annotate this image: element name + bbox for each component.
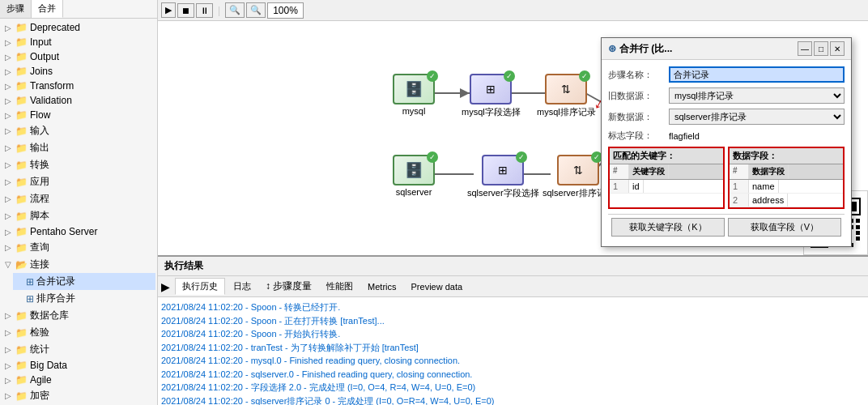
sidebar-item-check[interactable]: ▷ 📁 检验	[2, 324, 155, 341]
data-table-row-1[interactable]: 1 name	[730, 180, 843, 194]
check-mark: ✓	[427, 151, 438, 163]
bottom-tabs: ▶ 执行历史 日志 ↕ 步骤度量 性能图 Metrics Preview dat…	[158, 276, 868, 297]
sidebar-label: 统计	[30, 343, 49, 356]
tab-merge[interactable]: 合并	[32, 0, 63, 18]
pause-btn[interactable]: ⏸	[196, 3, 213, 18]
dialog-maximize-btn[interactable]: □	[814, 41, 828, 56]
log-line: 2021/08/24 11:02:20 - tranTest - 为了转换解除补…	[161, 341, 865, 355]
tab-preview[interactable]: Preview data	[405, 280, 470, 293]
sidebar-item-deprecated[interactable]: ▷ 📁 Deprecated	[2, 20, 155, 35]
sidebar-item-transform2[interactable]: ▷ 📁 转换	[2, 156, 155, 173]
new-source-select[interactable]: sqlserver排序记录	[669, 109, 845, 125]
sidebar-item-stats[interactable]: ▷ 📁 统计	[2, 341, 155, 358]
mysql-node[interactable]: 🗄️ ✓ mysql	[393, 74, 435, 116]
item-label: 合并记录	[36, 275, 75, 288]
tab-metrics[interactable]: Metrics	[361, 280, 402, 293]
exec-header: 执行结果	[158, 257, 868, 276]
sidebar-item-merge-records[interactable]: ⊞ 合并记录	[13, 273, 155, 290]
sidebar-tree: ▷ 📁 Deprecated ▷ 📁 Input ▷ 📁 Output ▷ 📁	[0, 19, 157, 405]
tab-step-metrics[interactable]: ↕ 步骤度量	[259, 278, 318, 295]
sidebar-item-pentaho[interactable]: ▷ 📁 Pentaho Server	[2, 224, 155, 239]
sort-icon: ⇅	[573, 164, 583, 177]
mysql-sort-node[interactable]: ⇅ ✓ mysql排序记录	[537, 74, 596, 118]
key-table-header: 匹配的关键字：	[610, 148, 723, 164]
sqlserver-node[interactable]: 🗄️ ✓ sqlserver	[393, 155, 435, 197]
expand-icon: ▷	[5, 328, 13, 337]
sidebar-item-agile[interactable]: ▷ 📁 Agile	[2, 373, 155, 387]
expand-icon: ▷	[5, 53, 13, 62]
folder-icon: 📁	[15, 344, 28, 356]
sidebar-item-encrypt[interactable]: ▷ 📁 加密	[2, 387, 155, 404]
zoom-out-btn[interactable]: 🔍	[246, 2, 266, 18]
dialog-minimize-btn[interactable]: —	[798, 41, 812, 56]
log-line: 2021/08/24 11:02:20 - Spoon - 开始执行转换.	[161, 327, 865, 341]
sidebar-item-validation[interactable]: ▷ 📁 Validation	[2, 93, 155, 108]
sidebar-label: Transform	[30, 80, 74, 92]
expand-icon: ▷	[5, 177, 13, 186]
stop-btn[interactable]: ⏹	[177, 3, 194, 18]
zoom-in-btn[interactable]: 🔍	[225, 2, 245, 18]
step-name-input[interactable]	[669, 66, 845, 83]
sqlserver-select-label: sqlserver字段选择	[467, 187, 539, 199]
sidebar-label: Validation	[30, 95, 72, 106]
db-icon: 🗄️	[405, 80, 423, 98]
sidebar-item-flow[interactable]: ▷ 📁 Flow	[2, 108, 155, 122]
dialog-close-btn[interactable]: ✕	[830, 41, 845, 56]
canvas-area: ▶ ⏹ ⏸ | 🔍 🔍 100%	[158, 0, 868, 405]
run-btn[interactable]: ▶	[161, 2, 176, 18]
sidebar-item-flow2[interactable]: ▷ 📁 流程	[2, 190, 155, 207]
sidebar-item-script[interactable]: ▷ 📁 脚本	[2, 207, 155, 224]
svg-rect-31	[856, 237, 860, 241]
folder-icon: 📁	[15, 160, 28, 171]
folder-icon: 📁	[15, 22, 28, 33]
expand-icon: ▷	[5, 391, 13, 400]
sqlserver-label: sqlserver	[396, 187, 432, 197]
data-table-row-2[interactable]: 2 address	[730, 194, 843, 207]
folder-icon: 📁	[15, 327, 28, 339]
sqlserver-select-node[interactable]: ⊞ ✓ sqlserver字段选择	[467, 155, 539, 199]
sidebar-item-input2[interactable]: ▷ 📁 输入	[2, 122, 155, 139]
sidebar-item-connect[interactable]: ▽ 📂 连接	[2, 256, 155, 273]
svg-rect-25	[856, 225, 860, 229]
sidebar-item-joins[interactable]: ▷ 📁 Joins	[2, 64, 155, 79]
flow-canvas[interactable]: 🗄️ ✓ mysql ⊞ ✓ mysql字段选择	[158, 21, 868, 255]
old-source-select[interactable]: mysql排序记录	[669, 87, 845, 104]
tab-perf-chart[interactable]: 性能图	[320, 279, 360, 294]
sidebar-label: 查询	[30, 241, 49, 254]
tab-steps[interactable]: 步骤	[0, 0, 32, 18]
sidebar-item-query[interactable]: ▷ 📁 查询	[2, 239, 155, 256]
sidebar-item-input[interactable]: ▷ 📁 Input	[2, 35, 155, 49]
new-source-label: 新数据源：	[608, 111, 669, 123]
expand-icon: ▷	[5, 82, 13, 91]
sidebar-item-transform[interactable]: ▷ 📁 Transform	[2, 79, 155, 93]
sidebar-item-output2[interactable]: ▷ 📁 输出	[2, 139, 155, 156]
sidebar-item-app[interactable]: ▷ 📁 应用	[2, 173, 155, 190]
data-row1-field: name	[749, 180, 779, 193]
sidebar-item-sort-merge[interactable]: ⊞ 排序合并	[13, 290, 155, 307]
app-container: 步骤 合并 ▷ 📁 Deprecated ▷ 📁 Input ▷ 📁	[0, 0, 868, 405]
dialog-titlebar: ⊛ 合并行 (比... — □ ✕	[602, 38, 851, 60]
tab-log[interactable]: 日志	[227, 279, 257, 294]
expand-icon: ▷	[5, 38, 13, 47]
folder-icon: 📁	[15, 109, 28, 121]
tab-exec-history[interactable]: 执行历史	[175, 278, 225, 295]
key-table-row[interactable]: 1 id	[610, 180, 723, 194]
log-line: 2021/08/24 11:02:20 - Spoon - 转换已经打开.	[161, 301, 865, 314]
mysql-select-node[interactable]: ⊞ ✓ mysql字段选择	[462, 74, 521, 118]
sidebar-item-datawarehouse[interactable]: ▷ 📁 数据仓库	[2, 307, 155, 324]
sidebar-item-output[interactable]: ▷ 📁 Output	[2, 49, 155, 64]
node-icon: ⊞	[26, 293, 34, 305]
sidebar-label: 检验	[30, 326, 49, 339]
expand-icon: ▷	[5, 126, 13, 135]
log-line: 2021/08/24 11:02:20 - sqlserver排序记录 0 - …	[161, 394, 865, 406]
sidebar-item-bigdata[interactable]: ▷ 📁 Big Data	[2, 358, 155, 373]
folder-icon: 📁	[15, 143, 28, 154]
db-icon: 🗄️	[405, 161, 423, 179]
get-value-fields-btn[interactable]: 获取值字段（V）	[728, 218, 841, 237]
get-key-fields-btn[interactable]: 获取关键字段（K）	[611, 218, 725, 237]
sidebar-tabs: 步骤 合并	[0, 0, 157, 19]
tab-step-label: 步骤度量	[273, 280, 312, 292]
connect-children: ⊞ 合并记录 ⊞ 排序合并	[2, 273, 155, 307]
main-area: 步骤 合并 ▷ 📁 Deprecated ▷ 📁 Input ▷ 📁	[0, 0, 868, 405]
key-row-field: id	[629, 180, 644, 193]
